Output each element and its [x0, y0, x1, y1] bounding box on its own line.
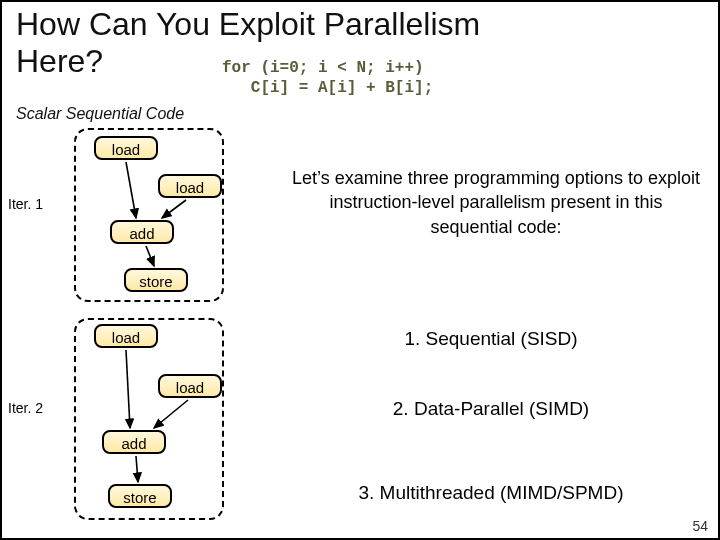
iter1-load1-op: load [94, 136, 158, 160]
slide-number: 54 [692, 518, 708, 534]
iter1-store-op: store [124, 268, 188, 292]
iter2-add-op: add [102, 430, 166, 454]
iteration1-label: Iter. 1 [8, 196, 43, 212]
option-3: 3. Multithreaded (MIMD/SPMD) [266, 482, 716, 504]
code-line2: C[i] = A[i] + B[i]; [222, 79, 433, 97]
iter1-add-op: add [110, 220, 174, 244]
subtitle-label: Scalar Sequential Code [16, 105, 184, 123]
option-1: 1. Sequential (SISD) [266, 328, 716, 350]
title-line1: How Can You Exploit Parallelism [16, 6, 480, 42]
iteration2-label: Iter. 2 [8, 400, 43, 416]
title-line2: Here? [16, 43, 103, 79]
iter2-store-op: store [108, 484, 172, 508]
iter1-load2-op: load [158, 174, 222, 198]
iter2-load1-op: load [94, 324, 158, 348]
iter2-load2-op: load [158, 374, 222, 398]
code-snippet: for (i=0; i < N; i++) C[i] = A[i] + B[i]… [222, 58, 433, 98]
code-line1: for (i=0; i < N; i++) [222, 59, 424, 77]
explanation-text: Let’s examine three programming options … [286, 166, 706, 239]
option-2: 2. Data-Parallel (SIMD) [266, 398, 716, 420]
